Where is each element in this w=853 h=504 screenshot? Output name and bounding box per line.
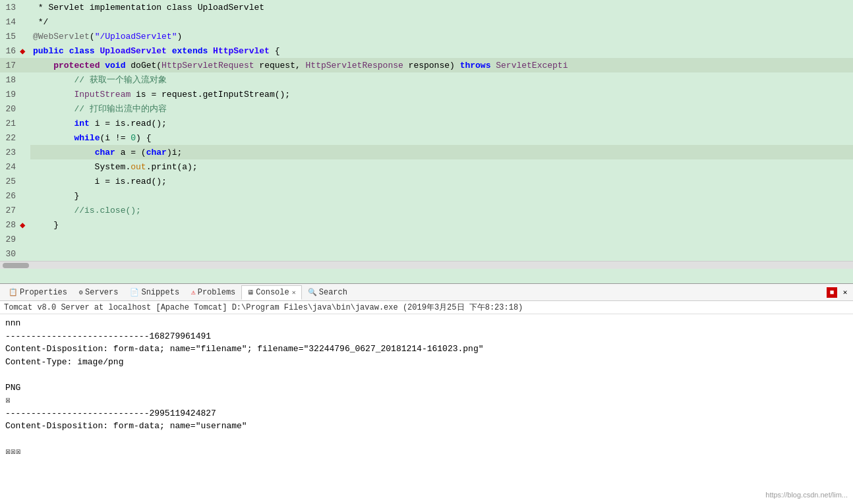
- line-number: 22: [0, 130, 20, 145]
- console-line: [5, 433, 848, 446]
- scrollbar-thumb[interactable]: [3, 263, 29, 268]
- code-line: [30, 232, 853, 246]
- tab-search-label: Search: [319, 288, 347, 297]
- line-number: 26: [0, 188, 20, 203]
- tab-snippets[interactable]: 📄 Snippets: [124, 285, 185, 300]
- snippets-icon: 📄: [130, 288, 139, 296]
- tab-properties[interactable]: 📋 Properties: [3, 285, 73, 300]
- watermark-text: https://blog.csdn.net/lim...: [765, 491, 848, 499]
- line-number: 28: [0, 217, 20, 232]
- line-number: 13: [0, 0, 20, 14]
- servers-icon: ⚙: [79, 289, 83, 296]
- code-table: 13 * Servlet implementation class Upload…: [0, 0, 853, 261]
- console-icon: 🖥: [247, 289, 254, 296]
- code-line: while(i != 0) {: [30, 130, 853, 145]
- tab-problems-label: Problems: [198, 288, 236, 297]
- console-line: PNG: [5, 381, 848, 395]
- console-line: nnn: [5, 317, 848, 330]
- console-line: Content-Type: image/png: [5, 356, 848, 369]
- problems-icon: ⚠: [191, 288, 196, 296]
- tab-snippets-label: Snippets: [141, 288, 179, 297]
- table-row: 21 int i = is.read();: [0, 116, 853, 130]
- horizontal-scrollbar[interactable]: [0, 261, 853, 269]
- console-line: ----------------------------299511942482…: [5, 407, 848, 420]
- line-number: 25: [0, 174, 20, 188]
- line-gutter: [20, 188, 30, 203]
- table-row: 16 ◆ public class UploadServlet extends …: [0, 43, 853, 58]
- table-row: 17 protected void doGet(HttpServletReque…: [0, 58, 853, 72]
- line-number: 20: [0, 101, 20, 116]
- line-number: 30: [0, 246, 20, 261]
- line-number: 18: [0, 72, 20, 87]
- tab-properties-label: Properties: [20, 288, 67, 297]
- tab-bar-controls: ■ ✕: [827, 287, 850, 298]
- table-row: 14 */: [0, 14, 853, 29]
- console-line: ----------------------------168279961491: [5, 330, 848, 343]
- breakpoint-icon: ◆: [20, 220, 25, 231]
- code-line: }: [30, 217, 853, 232]
- console-output[interactable]: nnn ----------------------------16827996…: [0, 314, 853, 504]
- line-gutter: [20, 72, 30, 87]
- line-number: 29: [0, 232, 20, 246]
- stop-button[interactable]: ■: [827, 287, 837, 298]
- console-line: ☒: [5, 394, 848, 407]
- table-row: 20 // 打印输出流中的内容: [0, 101, 853, 116]
- table-row: 24 System.out.print(a);: [0, 159, 853, 174]
- code-line: @WebServlet("/UploadServlet"): [30, 29, 853, 43]
- bottom-panel: 📋 Properties ⚙ Servers 📄 Snippets ⚠ Prob…: [0, 283, 853, 504]
- tab-search[interactable]: 🔍 Search: [302, 285, 353, 300]
- line-number: 24: [0, 159, 20, 174]
- table-row: 28 ◆ }: [0, 217, 853, 232]
- line-gutter: [20, 87, 30, 101]
- close-panel-button[interactable]: ✕: [840, 287, 850, 298]
- line-gutter: [20, 203, 30, 217]
- close-icon: ✕: [843, 288, 848, 296]
- console-line: Content-Disposition: form-data; name="us…: [5, 420, 848, 433]
- table-row: 23 char a = (char)i;: [0, 145, 853, 159]
- line-number: 27: [0, 203, 20, 217]
- code-line: */: [30, 14, 853, 29]
- tab-console-close[interactable]: ✕: [292, 289, 296, 296]
- line-number: 16: [0, 43, 20, 58]
- tab-problems[interactable]: ⚠ Problems: [185, 285, 241, 300]
- tab-console[interactable]: 🖥 Console ✕: [241, 285, 301, 300]
- code-line: * Servlet implementation class UploadSer…: [30, 0, 853, 14]
- stop-icon: ■: [830, 289, 835, 296]
- code-line: i = is.read();: [30, 174, 853, 188]
- code-line: //is.close();: [30, 203, 853, 217]
- line-number: 21: [0, 116, 20, 130]
- code-line: }: [30, 188, 853, 203]
- table-row: 26 }: [0, 188, 853, 203]
- table-row: 27 //is.close();: [0, 203, 853, 217]
- code-line: protected void doGet(HttpServletRequest …: [30, 58, 853, 72]
- table-row: 30: [0, 246, 853, 261]
- tab-servers[interactable]: ⚙ Servers: [73, 285, 124, 300]
- table-row: 18 // 获取一个输入流对象: [0, 72, 853, 87]
- line-gutter: ◆: [20, 217, 30, 232]
- server-info-text: Tomcat v8.0 Server at localhost [Apache …: [4, 303, 523, 312]
- line-gutter: [20, 14, 30, 29]
- code-line: InputStream is = request.getInputStream(…: [30, 87, 853, 101]
- line-gutter: [20, 58, 30, 72]
- table-row: 22 while(i != 0) {: [0, 130, 853, 145]
- code-line: [30, 246, 853, 261]
- code-line: int i = is.read();: [30, 116, 853, 130]
- code-line: // 获取一个输入流对象: [30, 72, 853, 87]
- line-number: 19: [0, 87, 20, 101]
- line-gutter: [20, 29, 30, 43]
- line-gutter: [20, 174, 30, 188]
- console-line: Content-Disposition: form-data; name="fi…: [5, 343, 848, 356]
- table-row: 13 * Servlet implementation class Upload…: [0, 0, 853, 14]
- line-gutter: [20, 101, 30, 116]
- code-line: public class UploadServlet extends HttpS…: [30, 43, 853, 58]
- line-number: 14: [0, 14, 20, 29]
- line-gutter: [20, 159, 30, 174]
- line-number: 15: [0, 29, 20, 43]
- properties-icon: 📋: [9, 288, 18, 296]
- line-gutter: [20, 130, 30, 145]
- breakpoint-icon: ◆: [20, 46, 25, 57]
- console-line: [5, 368, 848, 381]
- watermark: https://blog.csdn.net/lim...: [765, 491, 848, 499]
- server-info-bar: Tomcat v8.0 Server at localhost [Apache …: [0, 301, 853, 314]
- line-gutter: [20, 246, 30, 261]
